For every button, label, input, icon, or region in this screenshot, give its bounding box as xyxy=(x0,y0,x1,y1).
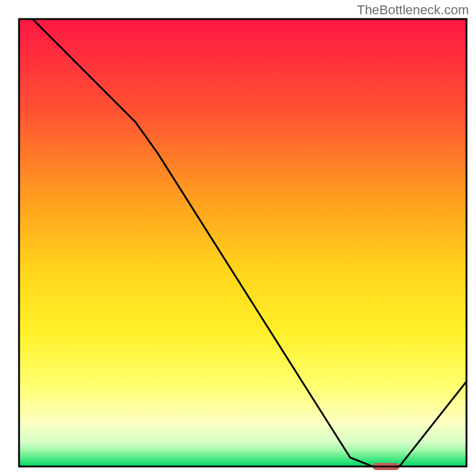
chart-svg xyxy=(0,0,476,476)
bottleneck-chart: TheBottleneck.com xyxy=(0,0,476,476)
watermark-text: TheBottleneck.com xyxy=(357,2,469,18)
gradient-background xyxy=(19,19,466,466)
